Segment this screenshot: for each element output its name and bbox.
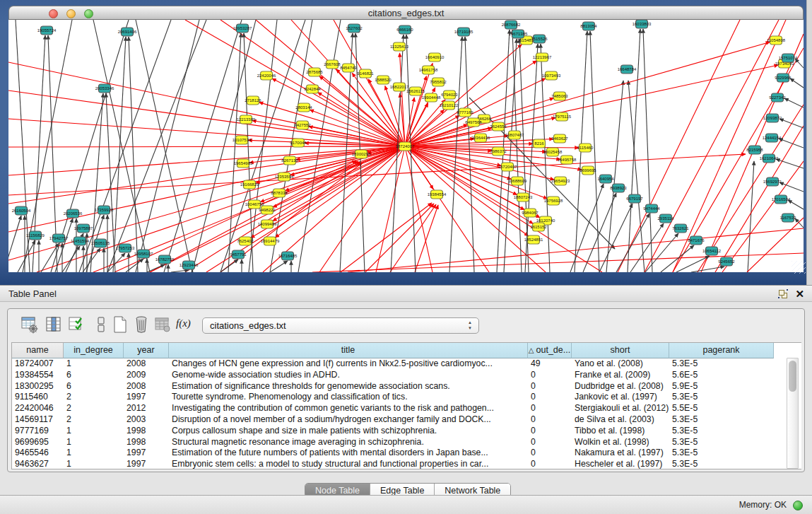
- close-panel-icon[interactable]: ✕: [795, 288, 804, 300]
- column-header-name[interactable]: name: [12, 343, 64, 358]
- edge[interactable]: [405, 42, 770, 146]
- edge[interactable]: [779, 119, 804, 128]
- node-label: 17942757: [49, 236, 69, 240]
- network-canvas[interactable]: 1872400718300295193845542242004627181261…: [8, 20, 804, 272]
- table-cell: Genome-wide association studies in ADHD.: [169, 370, 528, 381]
- table-row[interactable]: 969969511998Structural magnetic resonanc…: [12, 437, 801, 448]
- edge[interactable]: [249, 20, 277, 272]
- edge[interactable]: [318, 93, 405, 146]
- edge[interactable]: [185, 20, 405, 146]
- node-label: 12213389: [237, 117, 256, 122]
- table-cell: 9699695: [12, 437, 64, 448]
- edge[interactable]: [244, 33, 253, 272]
- edge[interactable]: [795, 218, 804, 228]
- edge[interactable]: [8, 119, 405, 146]
- table-row[interactable]: 911546021997Tourette syndrome. Phenomeno…: [12, 392, 801, 403]
- table-row[interactable]: 1872400712008Changes of HCN gene express…: [12, 358, 801, 370]
- column-header-pagerank[interactable]: pagerank: [669, 343, 774, 358]
- function-builder-icon[interactable]: f(x): [176, 317, 191, 329]
- create-column-icon[interactable]: [111, 315, 129, 334]
- edge[interactable]: [228, 33, 241, 272]
- edge[interactable]: [129, 37, 138, 272]
- table-cell: 5.3E-5: [669, 358, 774, 370]
- table-cell: 2003: [124, 414, 169, 426]
- edge[interactable]: [298, 20, 341, 272]
- window-titlebar[interactable]: citations_edges.txt: [8, 6, 804, 20]
- edge[interactable]: [673, 20, 786, 272]
- select-all-columns-icon[interactable]: [45, 315, 63, 334]
- float-window-icon[interactable]: [779, 290, 788, 299]
- node-label: 14671385: [509, 32, 528, 36]
- node-label: 19654985: [234, 161, 253, 165]
- edge[interactable]: [779, 182, 804, 192]
- scrollbar-thumb[interactable]: [789, 361, 796, 392]
- node-label: 8938923: [610, 186, 627, 190]
- edge[interactable]: [691, 267, 724, 272]
- table-cell: Hescheler et al. (1997): [572, 459, 669, 470]
- edge[interactable]: [136, 20, 192, 272]
- edge[interactable]: [616, 214, 649, 272]
- node-label: 14099489: [258, 222, 277, 226]
- table-row[interactable]: 1456911722003Disruption of a novel membe…: [12, 414, 801, 426]
- edge[interactable]: [147, 264, 165, 272]
- table-cell: 0: [528, 437, 572, 448]
- edge[interactable]: [776, 159, 804, 168]
- table-select[interactable]: citations_edges.txt ▲▼: [202, 317, 479, 334]
- table-row[interactable]: 946362711997Embryonic stem cells: a mode…: [12, 459, 801, 470]
- column-header-out_de[interactable]: △out_de...: [528, 343, 572, 358]
- table-cell: 49: [528, 358, 572, 370]
- edge[interactable]: [643, 29, 652, 272]
- table-row[interactable]: 1830029562008Estimation of significance …: [12, 381, 801, 392]
- edge[interactable]: [8, 146, 405, 147]
- resize-grip-icon[interactable]: [792, 261, 806, 274]
- edge[interactable]: [630, 223, 664, 272]
- table-row[interactable]: 2242004622012Investigating the contribut…: [12, 403, 801, 414]
- node-label: 20053346: [95, 86, 114, 90]
- edge[interactable]: [405, 146, 560, 159]
- edge[interactable]: [8, 146, 405, 232]
- node-label: 10719185: [454, 30, 473, 34]
- table-scrollbar[interactable]: [787, 358, 799, 469]
- edge[interactable]: [784, 98, 804, 107]
- column-header-short[interactable]: short: [572, 343, 669, 358]
- column-header-title[interactable]: title: [169, 343, 528, 358]
- memory-status-icon[interactable]: [793, 501, 803, 510]
- table-cell: 1: [64, 459, 124, 470]
- edge[interactable]: [136, 20, 199, 272]
- network-graph[interactable]: 1872400718300295193845542242004627181261…: [8, 20, 804, 272]
- table-settings-icon[interactable]: [20, 315, 39, 334]
- node-table[interactable]: namein_degreeyeartitle△out_de...shortpag…: [11, 342, 801, 469]
- edge[interactable]: [62, 246, 80, 272]
- edge[interactable]: [270, 261, 288, 272]
- node-label: 7625402: [237, 239, 254, 243]
- column-header-in_degree[interactable]: in_degree: [64, 343, 124, 358]
- table-row[interactable]: 977716911998Corpus callosum shape and si…: [12, 426, 801, 437]
- column-checklist-icon[interactable]: [67, 315, 86, 334]
- edge[interactable]: [93, 20, 150, 272]
- edge[interactable]: [107, 253, 125, 272]
- table-cell: Franke et al. (2009): [572, 370, 669, 381]
- edge[interactable]: [365, 204, 434, 272]
- edge[interactable]: [405, 146, 548, 199]
- node-label: 17957253: [116, 246, 135, 250]
- row-mode-icon[interactable]: [92, 315, 110, 334]
- edge[interactable]: [8, 216, 21, 272]
- edge[interactable]: [192, 20, 256, 272]
- edge[interactable]: [376, 146, 405, 272]
- edge[interactable]: [113, 37, 126, 272]
- edge[interactable]: [83, 248, 100, 272]
- edge[interactable]: [8, 90, 405, 146]
- table-cell: 2008: [124, 381, 169, 392]
- edge[interactable]: [449, 37, 462, 272]
- table-row[interactable]: 1938455462009Genome-wide association stu…: [12, 370, 801, 381]
- delete-column-icon[interactable]: [132, 315, 151, 334]
- edge[interactable]: [790, 78, 804, 88]
- edge[interactable]: [415, 205, 438, 272]
- import-table-icon-disabled: [153, 315, 172, 334]
- table-cell: 18300295: [12, 381, 64, 392]
- column-header-year[interactable]: year: [124, 343, 169, 358]
- table-row[interactable]: 946554611997Estimation of the future num…: [12, 448, 801, 459]
- table-cell: 9777169: [12, 426, 64, 437]
- edge[interactable]: [336, 69, 405, 146]
- edge[interactable]: [150, 146, 405, 272]
